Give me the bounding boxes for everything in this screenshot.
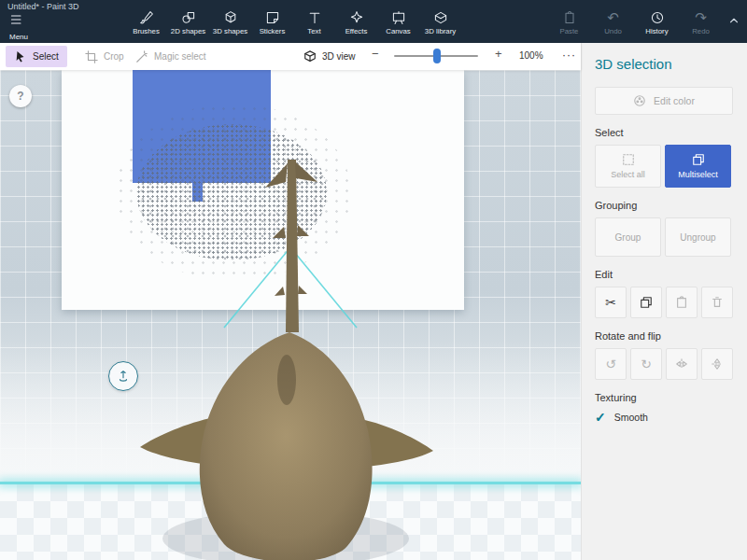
history-button[interactable]: History — [635, 10, 679, 35]
copy-icon — [640, 296, 653, 309]
3d-view-icon — [303, 50, 317, 63]
more-options-button[interactable]: ··· — [562, 49, 576, 62]
crop-icon — [85, 50, 98, 63]
magic-select-button[interactable]: Magic select — [127, 46, 215, 67]
group-button[interactable]: Group — [595, 217, 661, 257]
text-icon — [307, 10, 322, 25]
stickers-icon — [265, 10, 280, 25]
flip-horizontal-button[interactable] — [666, 348, 698, 380]
checkmark-icon: ✓ — [595, 410, 606, 425]
smooth-checkbox[interactable]: ✓ Smooth — [595, 410, 733, 425]
zoom-in-button[interactable]: + — [495, 47, 502, 61]
undo-icon: ↶ — [607, 10, 619, 25]
window-title: Untitled* - Paint 3D — [7, 2, 79, 11]
zoom-level[interactable]: 100% — [519, 50, 543, 61]
move-gizmo-icon — [117, 370, 130, 383]
menu-icon — [9, 12, 24, 27]
select-all-icon — [622, 153, 635, 166]
toolbar-item-effects[interactable]: Effects — [335, 10, 377, 35]
magic-wand-icon — [135, 50, 148, 63]
copy-button[interactable] — [630, 287, 662, 318]
select-all-button[interactable]: Select all — [595, 145, 661, 188]
toolbar-item-stickers[interactable]: Stickers — [251, 10, 293, 35]
paste-panel-icon — [675, 296, 688, 309]
zoom-slider[interactable] — [394, 55, 478, 57]
paste-button[interactable]: Paste — [547, 10, 591, 35]
zoom-out-button[interactable]: − — [372, 47, 379, 61]
history-icon — [650, 10, 665, 25]
menu-label: Menu — [9, 33, 56, 41]
select-toolbar: Select Crop Magic select 3D view — [0, 43, 581, 70]
toolbar-items: Brushes 2D shapes 3D shapes Stickers — [125, 10, 461, 35]
toolbar-item-text[interactable]: Text — [293, 10, 335, 35]
rotate-right-button[interactable]: ↻ — [630, 348, 662, 380]
edit-heading: Edit — [595, 269, 733, 280]
toolbar-item-2d-shapes[interactable]: 2D shapes — [167, 10, 209, 35]
top-toolbar: Untitled* - Paint 3D Menu Brushes 2D sha… — [0, 0, 747, 43]
toolbar-item-3d-library[interactable]: 3D library — [419, 10, 461, 35]
brush-icon — [139, 10, 154, 25]
collapse-ribbon-button[interactable] — [727, 14, 742, 27]
toolbar-item-canvas[interactable]: Canvas — [377, 10, 419, 35]
rotate-flip-buttons-row: ↺ ↻ — [595, 348, 733, 380]
ungroup-button[interactable]: Ungroup — [665, 217, 731, 257]
shark-dorsal-fin — [277, 355, 296, 405]
cursor-icon — [14, 50, 27, 63]
zoom-slider-thumb[interactable] — [433, 49, 441, 63]
effects-icon — [349, 10, 364, 25]
3d-library-icon — [433, 10, 448, 25]
flip-vertical-icon — [711, 357, 724, 371]
help-button[interactable]: ? — [9, 85, 32, 107]
grouping-buttons-row: Group Ungroup — [595, 217, 733, 257]
shark-tail — [286, 160, 299, 332]
chevron-up-icon — [727, 14, 740, 27]
select-tool-button[interactable]: Select — [6, 46, 67, 67]
2d-shapes-icon — [181, 10, 196, 25]
grouping-heading: Grouping — [595, 200, 733, 211]
canvas-3d-object-shark[interactable] — [0, 70, 581, 560]
3d-shapes-icon — [223, 10, 238, 25]
edit-buttons-row: ✂ — [595, 287, 733, 318]
delete-button[interactable] — [701, 287, 733, 318]
trash-icon — [711, 296, 724, 309]
flip-vertical-button[interactable] — [701, 348, 733, 380]
shark-caudal-fin-left — [265, 163, 288, 188]
rotate-left-button[interactable]: ↺ — [595, 348, 627, 380]
view-gizmo-button[interactable] — [108, 361, 138, 391]
cut-icon: ✂ — [605, 296, 616, 309]
3d-view-toggle[interactable]: 3D view — [295, 46, 364, 67]
select-buttons-row: Select all Multiselect — [595, 145, 733, 188]
shark-caudal-fin-right — [295, 161, 317, 182]
texturing-heading: Texturing — [595, 392, 733, 403]
rotate-flip-heading: Rotate and flip — [595, 330, 733, 342]
panel-title: 3D selection — [595, 56, 733, 72]
toolbar-item-brushes[interactable]: Brushes — [125, 10, 167, 35]
multiselect-icon — [692, 153, 705, 166]
edit-color-icon — [633, 94, 646, 107]
redo-button[interactable]: ↷ Redo — [679, 10, 723, 35]
canvas-icon — [391, 10, 406, 25]
paint3d-window: Untitled* - Paint 3D Menu Brushes 2D sha… — [0, 0, 747, 560]
rotate-right-icon: ↻ — [641, 357, 652, 371]
redo-icon: ↷ — [695, 10, 707, 25]
paste-icon — [562, 10, 577, 25]
menu-button[interactable]: Menu — [9, 12, 56, 41]
main-area: Select Crop Magic select 3D view — [0, 43, 747, 560]
shark-fin-tiny-left — [275, 287, 285, 296]
shark-fin-small-left — [273, 227, 286, 238]
crop-tool-button[interactable]: Crop — [77, 46, 133, 67]
edit-color-button[interactable]: Edit color — [595, 87, 733, 115]
select-heading: Select — [595, 127, 733, 138]
smooth-label: Smooth — [614, 412, 648, 423]
shark-fin-small-right — [297, 225, 309, 236]
undo-button[interactable]: ↶ Undo — [591, 10, 635, 35]
flip-horizontal-icon — [675, 357, 688, 371]
rotate-left-icon: ↺ — [605, 357, 616, 371]
toolbar-right: Paste ↶ Undo History ↷ Redo — [547, 10, 723, 35]
multiselect-button[interactable]: Multiselect — [665, 145, 731, 188]
shark-fin-tiny-right — [298, 286, 307, 294]
toolbar-item-3d-shapes[interactable]: 3D shapes — [209, 10, 251, 35]
paste-panel-button[interactable] — [666, 287, 698, 318]
canvas-workspace[interactable]: ? — [0, 70, 581, 560]
cut-button[interactable]: ✂ — [595, 287, 627, 318]
